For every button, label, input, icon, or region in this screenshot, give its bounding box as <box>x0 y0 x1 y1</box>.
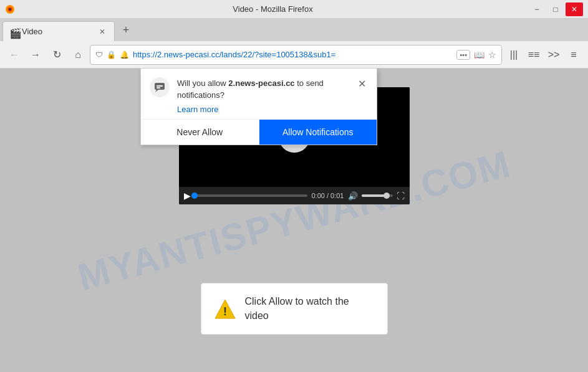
titlebar: Video - Mozilla Firefox − □ ✕ <box>0 0 588 19</box>
menu-button[interactable]: ≡ <box>564 45 583 64</box>
volume-icon[interactable]: 🔊 <box>348 191 358 201</box>
fullscreen-button[interactable]: ⛶ <box>397 191 405 201</box>
back-button[interactable]: ← <box>5 45 24 64</box>
video-time-total: 0:01 <box>330 192 344 199</box>
tab-label: Video <box>22 27 93 36</box>
firefox-icon <box>5 4 15 14</box>
shield-icon: 🛡 <box>95 50 103 59</box>
notif-learn-more-link[interactable]: Learn more <box>177 105 348 114</box>
notif-chat-icon <box>150 77 170 97</box>
active-tab[interactable]: 🎬 Video ✕ <box>2 21 115 41</box>
svg-rect-5 <box>157 85 163 87</box>
notif-message-prefix: Will you allow <box>177 79 228 88</box>
notif-buttons: Never Allow Allow Notifications <box>141 119 377 145</box>
url-text: https://2.news-pecasi.cc/lands/22/?site=… <box>133 50 453 59</box>
notif-message: Will you allow 2.news-pecasi.cc to send … <box>177 79 324 100</box>
notif-domain: 2.news-pecasi.cc <box>228 79 294 88</box>
pocket-icon[interactable]: 📖 <box>474 50 484 60</box>
notification-icon: 🔔 <box>120 50 129 59</box>
video-progress-thumb <box>191 193 198 199</box>
video-time-current: 0:00 <box>311 192 324 199</box>
video-controls: ▶ 0:00 / 0:01 🔊 ⛶ <box>179 187 410 204</box>
warning-text: Click Allow to watch the video <box>245 295 375 323</box>
svg-text:!: ! <box>223 305 227 318</box>
reader-view-button[interactable]: ≡≡ <box>524 45 543 64</box>
svg-rect-6 <box>157 87 160 88</box>
svg-point-2 <box>9 8 11 11</box>
minimize-button[interactable]: − <box>528 2 546 16</box>
notif-close-button[interactable]: ✕ <box>355 77 368 90</box>
warning-box: ! Click Allow to watch the video <box>201 283 388 335</box>
video-time: 0:00 / 0:01 <box>311 192 344 199</box>
more-tools-button[interactable]: >> <box>544 45 563 64</box>
page-content: MYANTISPYWARE.COM Will you allow 2.news-… <box>0 69 588 372</box>
tab-close-button[interactable]: ✕ <box>97 26 108 37</box>
tab-favicon: 🎬 <box>9 27 18 36</box>
notif-header: Will you allow 2.news-pecasi.cc to send … <box>141 69 377 119</box>
close-button[interactable]: ✕ <box>566 2 583 16</box>
video-play-button[interactable]: ▶ <box>184 191 191 201</box>
chat-bubble-icon <box>153 81 166 93</box>
lock-icon: 🔒 <box>107 50 116 59</box>
volume-slider[interactable] <box>362 194 393 197</box>
reload-button[interactable]: ↻ <box>47 45 66 64</box>
titlebar-left <box>5 4 17 14</box>
bookmark-star-icon[interactable]: ☆ <box>488 50 496 60</box>
volume-fill <box>362 194 387 197</box>
allow-notifications-button[interactable]: Allow Notifications <box>259 120 377 145</box>
titlebar-controls: − □ ✕ <box>528 2 583 16</box>
library-button[interactable]: ||| <box>504 45 523 64</box>
warning-triangle-icon: ! <box>214 298 236 320</box>
volume-thumb <box>383 193 390 199</box>
never-allow-button[interactable]: Never Allow <box>141 120 259 145</box>
window-title: Video - Mozilla Firefox <box>17 4 528 14</box>
url-more-button[interactable]: ••• <box>456 50 470 60</box>
home-button[interactable]: ⌂ <box>69 45 87 64</box>
maximize-button[interactable]: □ <box>547 2 564 16</box>
notif-text-area: Will you allow 2.news-pecasi.cc to send … <box>177 77 348 114</box>
tabbar: 🎬 Video ✕ + <box>0 19 588 41</box>
navbar: ← → ↻ ⌂ 🛡 🔒 🔔 https://2.news-pecasi.cc/l… <box>0 41 588 69</box>
svg-marker-4 <box>155 90 158 92</box>
urlbar[interactable]: 🛡 🔒 🔔 https://2.news-pecasi.cc/lands/22/… <box>90 45 502 65</box>
nav-right-buttons: ||| ≡≡ >> ≡ <box>504 45 583 64</box>
video-progress-bar[interactable] <box>195 194 308 197</box>
new-tab-button[interactable]: + <box>117 21 135 39</box>
forward-button[interactable]: → <box>26 45 45 64</box>
notification-popup: Will you allow 2.news-pecasi.cc to send … <box>140 69 377 145</box>
